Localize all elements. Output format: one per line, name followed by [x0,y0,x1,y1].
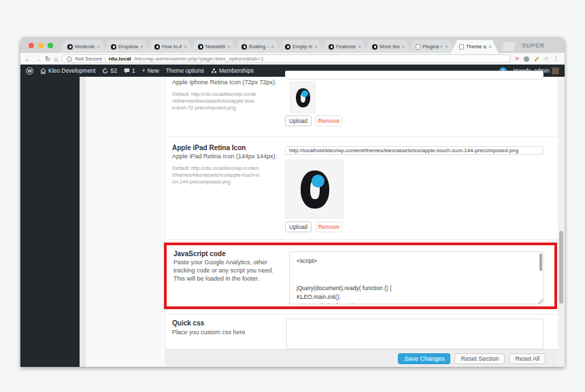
kleo-favicon [241,44,247,50]
options-footer: Save Changes Reset Section Reset All [165,349,558,367]
extension-gray-icon[interactable] [524,56,529,62]
tab-close-icon[interactable]: × [314,44,318,50]
kleo-o-logo [296,88,310,107]
javascript-highlight-box: JavaScript code Paste your Google Analyt… [164,243,557,309]
tab-floating[interactable]: floating - Se× [233,40,281,53]
security-label: Not Secure [75,56,102,62]
iphone-icon-default-url: Default: http://rdu.local/kleo/wp-conten… [172,91,257,111]
save-changes-button[interactable]: Save Changes [398,353,450,364]
tab-bar: Moderator D× Dropdown M× How to Add× New… [20,37,565,53]
kleo-favicon [154,44,160,50]
tab-close-icon[interactable]: × [271,44,274,50]
home-icon [40,68,46,74]
home-icon[interactable]: ⌂ [54,56,58,63]
pencil-extension-icon[interactable] [533,56,539,62]
adminbar-theme-options[interactable]: Theme options [166,67,204,74]
page-scrollbar-thumb[interactable] [559,231,563,304]
tab-plugins[interactable]: Plugins ‹ Sw× [407,40,455,53]
iphone-icon-preview [290,82,316,113]
browser-window: Moderator D× Dropdown M× How to Add× New… [20,37,565,367]
adminbar-site-link[interactable]: Kleo Development [40,67,95,74]
back-icon[interactable]: ← [24,56,31,63]
adminbar-comments[interactable]: 1 [124,67,135,74]
tab-close-icon[interactable]: × [184,44,187,50]
tab-more-features[interactable]: More feature× [364,40,412,53]
iphone-remove-button[interactable]: Remove [316,115,342,126]
javascript-code-textarea[interactable]: <script> jQuery(document).ready( functio… [289,251,544,304]
tab-moderator[interactable]: Moderator D× [59,40,107,53]
tab-close-icon[interactable]: × [445,44,448,50]
section-divider [165,137,558,137]
javascript-title: JavaScript code [173,250,226,257]
url-field[interactable]: i Not Secure rdu.local/kleo/wp-admin/adm… [61,54,511,63]
quickcss-title: Quick css [172,319,204,327]
url-path: /kleo/wp-admin/admin.php?page=kleo_optio… [134,56,264,62]
close-window-button[interactable] [29,43,34,48]
kleo-blue-dot [312,175,324,188]
address-bar: ← → ↻ ⌂ i Not Secure rdu.local/kleo/wp-a… [20,53,565,65]
javascript-code-wrapper: <script> jQuery(document).ready( functio… [289,251,544,304]
kleo-o-logo [301,171,329,209]
minimize-window-button[interactable] [38,43,44,48]
tab-how-to-add[interactable]: How to Add× [146,40,194,53]
url-separator [105,56,105,62]
ipad-icon-url-input[interactable] [285,146,544,155]
ipad-icon-default-url: Default: http://rdu.local/kleo/wp-conten… [172,165,261,185]
ipad-icon-description: Apple iPad Retina Icon (144px 144px). [172,153,288,160]
reload-icon[interactable]: ↻ [45,56,50,63]
tab-empty-menu[interactable]: Empty menu× [277,40,324,53]
info-icon[interactable]: i [67,56,72,62]
tab-close-icon[interactable]: × [401,44,405,50]
forward-icon[interactable]: → [35,56,41,63]
url-domain: rdu.local [108,56,131,62]
kleo-blue-dot [301,90,308,97]
chrome-menu-icon[interactable]: ⋮ [553,56,559,62]
javascript-description-2: This will be loaded in the footer. [173,275,288,283]
kleo-favicon [285,44,290,50]
adminbar-new[interactable]: + New [142,67,159,74]
zoom-window-button[interactable] [48,43,53,48]
theme-options-panel: Apple Iphone Retina Icon (72px 72px). De… [165,77,558,367]
tab-close-icon[interactable]: × [488,44,492,50]
adminbar-memberships[interactable]: Memberships [211,67,254,74]
tab-featured-image[interactable]: Featured im× [320,40,368,53]
iphone-upload-button[interactable]: Upload [285,115,312,126]
ipad-upload-button[interactable]: Upload [285,221,312,232]
wordpress-logo-icon[interactable]: W [26,67,33,75]
bookmark-star-icon[interactable]: ☆ [544,56,549,62]
section-divider [165,239,558,240]
textarea-resize-handle[interactable] [538,299,543,304]
reset-all-button[interactable]: Reset All [509,353,546,364]
quickcss-textarea[interactable] [286,319,544,349]
tab-dropdown[interactable]: Dropdown M× [103,40,150,53]
reset-section-button[interactable]: Reset Section [454,353,505,364]
tab-theme-options[interactable]: Theme optio× [451,40,499,53]
kleo-favicon [372,44,378,50]
new-tab-button[interactable] [501,42,516,51]
options-nav-column [86,77,165,367]
tab-close-icon[interactable]: × [97,44,100,50]
iphone-icon-url-input[interactable] [285,71,544,79]
tab-close-icon[interactable]: × [140,44,144,50]
plus-icon: + [142,67,146,74]
extension-pink-icon[interactable]: ➤ [514,56,520,62]
tab-close-icon[interactable]: × [227,44,231,50]
avatar [552,67,559,75]
ipad-remove-button[interactable]: Remove [316,221,342,232]
kleo-favicon [329,44,334,50]
tab-newsletter[interactable]: Newsletter w× [190,40,237,53]
updates-icon [102,68,108,74]
tab-close-icon[interactable]: × [358,44,361,50]
wp-admin-sidebar [20,77,80,367]
textarea-scrollbar[interactable] [539,253,542,271]
adminbar-updates[interactable]: 52 [102,67,116,74]
tab-strip: Moderator D× Dropdown M× How to Add× New… [59,37,495,53]
watermark-text: SUPER [522,42,545,49]
ipad-icon-title: Apple iPad Retina Icon [172,144,246,152]
document-favicon [416,44,420,50]
javascript-description-1: Paste your Google Analytics, other track… [173,259,288,274]
comment-icon [124,68,130,74]
document-favicon [459,44,464,50]
traffic-lights [20,37,59,53]
page-body: Apple Iphone Retina Icon (72px 72px). De… [20,77,565,367]
